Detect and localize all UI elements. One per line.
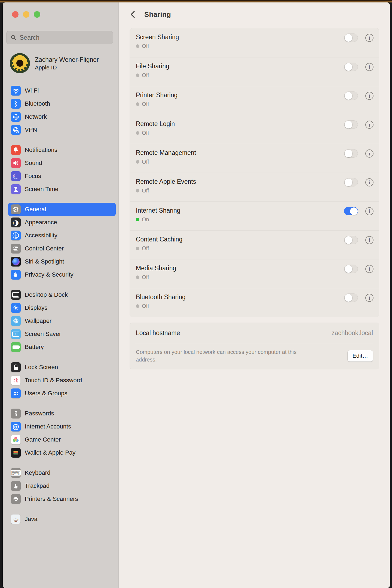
service-info: Remote LoginOff	[136, 120, 175, 144]
service-controls: i	[344, 264, 373, 273]
page-title: Sharing	[144, 10, 171, 19]
sidebar-item-label: VPN	[25, 126, 37, 133]
service-row-bluetooth-sharing: Bluetooth SharingOffi	[130, 288, 379, 317]
service-controls: i	[344, 33, 373, 42]
zoom-window-button[interactable]	[34, 11, 40, 18]
sidebar-item-accessibility[interactable]: Accessibility	[8, 229, 116, 242]
sidebar-item-label: Network	[25, 113, 47, 120]
sidebar-item-label: Focus	[25, 173, 41, 180]
sidebar-item-siri-spotlight[interactable]: Siri & Spotlight	[8, 255, 116, 268]
service-toggle[interactable]	[344, 91, 358, 100]
sun-icon: ☀	[11, 303, 21, 313]
dock-icon	[11, 290, 21, 300]
sidebar-item-displays[interactable]: ☀Displays	[8, 301, 116, 314]
toggles-icon	[11, 244, 21, 253]
java-coffee-icon: ☕	[11, 514, 21, 524]
info-icon[interactable]: i	[365, 149, 373, 158]
nav-group-gap	[3, 196, 118, 203]
service-info: Content CachingOff	[136, 235, 182, 259]
wifi-icon	[11, 86, 21, 96]
service-toggle[interactable]	[344, 293, 358, 302]
service-status: Off	[136, 130, 175, 136]
service-toggle[interactable]	[344, 63, 358, 71]
back-button[interactable]	[130, 10, 136, 19]
info-icon[interactable]: i	[365, 92, 373, 100]
sidebar-item-internet-accounts[interactable]: @Internet Accounts	[8, 420, 116, 433]
sidebar-item-control-center[interactable]: Control Center	[8, 242, 116, 255]
sidebar-item-appearance[interactable]: ◑Appearance	[8, 216, 116, 229]
sidebar-item-game-center[interactable]: Game Center	[8, 433, 116, 446]
sidebar-item-label: Battery	[25, 344, 44, 351]
service-controls: i	[344, 62, 373, 71]
service-row-content-caching: Content CachingOffi	[130, 230, 379, 259]
info-icon[interactable]: i	[365, 236, 373, 244]
fingerprint-icon	[11, 375, 21, 385]
service-toggle[interactable]	[344, 149, 358, 158]
service-title: Internet Sharing	[136, 206, 180, 215]
sidebar-item-screen-time[interactable]: Screen Time	[8, 183, 116, 196]
sidebar-item-keyboard[interactable]: ⌨Keyboard	[8, 466, 116, 479]
status-dot	[136, 160, 139, 164]
sidebar-item-wallet-apple-pay[interactable]: Wallet & Apple Pay	[8, 446, 116, 459]
service-toggle[interactable]	[344, 33, 358, 42]
sidebar-item-notifications[interactable]: Notifications	[8, 143, 116, 157]
sidebar-item-label: Lock Screen	[25, 364, 58, 371]
edit-hostname-button[interactable]: Edit…	[348, 350, 373, 362]
info-icon[interactable]: i	[365, 121, 373, 129]
status-dot	[136, 44, 139, 48]
service-info: Screen SharingOff	[136, 33, 179, 57]
info-icon[interactable]: i	[365, 207, 373, 215]
sidebar-item-touch-id-password[interactable]: Touch ID & Password	[8, 374, 116, 387]
flower-icon: ❁	[11, 316, 21, 326]
service-toggle[interactable]	[344, 265, 358, 273]
toggle-knob	[345, 92, 352, 100]
sidebar-item-label: Screen Time	[25, 186, 59, 193]
status-dot	[136, 189, 139, 192]
sidebar-item-passwords[interactable]: Passwords	[8, 407, 116, 420]
avatar-sunflower-photo	[10, 53, 30, 73]
search-input[interactable]: Search	[6, 31, 113, 44]
sidebar-item-general[interactable]: ⚙General	[8, 203, 116, 216]
service-row-remote-management: Remote ManagementOffi	[130, 144, 379, 173]
close-window-button[interactable]	[12, 11, 19, 18]
status-dot	[136, 74, 139, 77]
sidebar-item-label: Wallpaper	[25, 317, 51, 324]
info-icon[interactable]: i	[365, 294, 373, 302]
sidebar-item-privacy-security[interactable]: Privacy & Security	[8, 268, 116, 281]
accessibility-figure-icon	[11, 231, 21, 240]
sidebar-item-focus[interactable]: ☾Focus	[8, 170, 116, 183]
service-toggle[interactable]	[344, 236, 358, 244]
apple-id-profile[interactable]: Zachary Wener-Fligner Apple ID	[10, 53, 113, 73]
sidebar-item-trackpad[interactable]: Trackpad	[8, 479, 116, 492]
hostname-row: Local hostname zachbook.local	[136, 323, 373, 343]
minimize-window-button[interactable]	[23, 11, 29, 18]
sidebar-item-vpn[interactable]: VPN	[8, 123, 116, 136]
toggle-knob	[345, 179, 352, 186]
sidebar-item-printers-scanners[interactable]: Printers & Scanners	[8, 492, 116, 506]
sidebar-item-sound[interactable]: Sound	[8, 157, 116, 170]
sidebar-item-wallpaper[interactable]: ❁Wallpaper	[8, 314, 116, 327]
service-toggle[interactable]	[344, 178, 358, 186]
screensaver-frame-icon: ☾	[11, 329, 21, 339]
info-icon[interactable]: i	[365, 63, 373, 71]
sidebar-item-wi-fi[interactable]: Wi-Fi	[8, 84, 116, 97]
sidebar-item-lock-screen[interactable]: Lock Screen	[8, 361, 116, 374]
window-controls	[12, 11, 40, 18]
hostname-value: zachbook.local	[332, 329, 373, 337]
service-status: Off	[136, 72, 169, 78]
sidebar-item-bluetooth[interactable]: ᛒBluetooth	[8, 97, 116, 110]
sidebar-item-network[interactable]: Network	[8, 110, 116, 123]
service-info: Remote Apple EventsOff	[136, 177, 196, 201]
info-icon[interactable]: i	[365, 178, 373, 186]
service-toggle[interactable]	[344, 120, 358, 129]
sidebar-item-java[interactable]: ☕Java	[8, 513, 116, 526]
sidebar-item-users-groups[interactable]: Users & Groups	[8, 387, 116, 400]
nav-group-gap	[3, 506, 118, 513]
info-icon[interactable]: i	[365, 34, 373, 42]
info-icon[interactable]: i	[365, 265, 373, 273]
sidebar-item-battery[interactable]: Battery	[8, 341, 116, 354]
service-toggle[interactable]	[344, 207, 358, 215]
sidebar-item-desktop-dock[interactable]: Desktop & Dock	[8, 288, 116, 301]
sidebar-item-screen-saver[interactable]: ☾Screen Saver	[8, 327, 116, 341]
service-title: Content Caching	[136, 235, 182, 244]
